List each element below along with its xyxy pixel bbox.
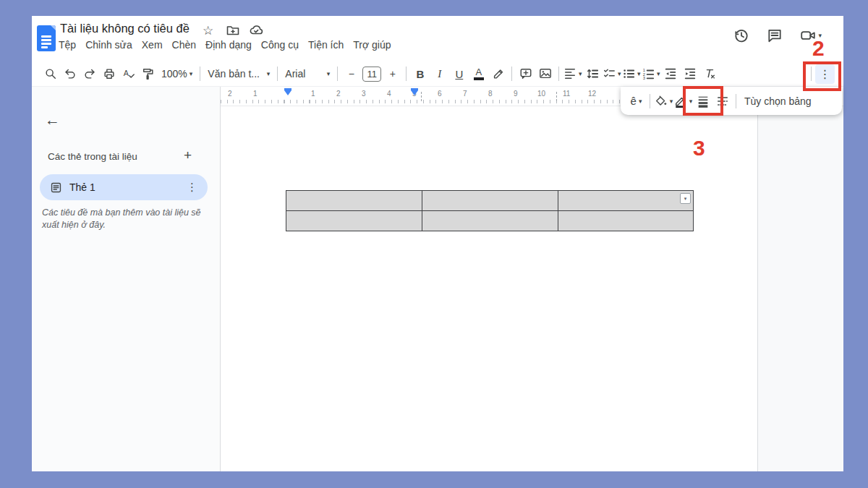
border-width-wrapper: 3 xyxy=(693,91,712,111)
indent-marker[interactable] xyxy=(284,90,292,95)
more-options-wrapper: ⋮ 2 xyxy=(815,64,835,84)
input-tools-button[interactable]: ê ▾ xyxy=(626,91,646,111)
table-row xyxy=(286,211,694,231)
page-gutter xyxy=(757,106,843,471)
google-docs-logo-icon[interactable] xyxy=(37,25,56,51)
menu-tep[interactable]: Tệp xyxy=(59,39,76,51)
add-tab-button[interactable]: + xyxy=(184,147,192,163)
divider xyxy=(277,67,278,81)
numbered-list-button[interactable]: 123 ▾ xyxy=(641,64,660,84)
font-size-input[interactable]: 11 xyxy=(362,67,381,82)
document-title[interactable]: Tài liệu không có tiêu đề xyxy=(60,22,190,35)
document-canvas[interactable] xyxy=(221,106,843,471)
zoom-select[interactable]: 100% ▾ xyxy=(158,64,196,84)
underline-button[interactable]: U xyxy=(449,64,469,84)
search-icon[interactable] xyxy=(41,64,60,84)
decrease-font-size-button[interactable]: − xyxy=(341,64,361,84)
chevron-down-icon: ▾ xyxy=(639,98,642,105)
divider xyxy=(337,67,338,81)
border-color-button[interactable]: ▾ xyxy=(673,91,693,111)
table-cell[interactable]: ▾ xyxy=(558,191,694,211)
highlight-color-icon[interactable] xyxy=(488,64,508,84)
svg-text:A: A xyxy=(123,69,129,77)
table-cell[interactable] xyxy=(558,211,694,231)
add-comment-icon[interactable] xyxy=(516,64,535,84)
chevron-down-icon: ▾ xyxy=(327,70,331,77)
divider xyxy=(558,67,559,81)
table-row: ▾ xyxy=(286,191,694,211)
toolbar-overflow-button[interactable]: ⋮ xyxy=(815,64,835,84)
table-cell[interactable] xyxy=(286,211,422,231)
table-cell[interactable] xyxy=(286,191,422,211)
divider xyxy=(511,67,512,81)
menu-xem[interactable]: Xem xyxy=(142,39,163,51)
chevron-down-icon: ▾ xyxy=(637,70,641,77)
checklist-button[interactable]: ▾ xyxy=(602,64,621,84)
italic-button[interactable]: I xyxy=(430,64,449,84)
annotation-label-step3: 3 xyxy=(693,136,705,160)
undo-icon[interactable] xyxy=(60,64,80,84)
table-cell[interactable] xyxy=(422,191,558,211)
text-color-button[interactable]: A xyxy=(469,64,488,84)
tab-item-the-1[interactable]: Thẻ 1 ⋮ xyxy=(40,174,208,200)
chevron-down-icon: ▾ xyxy=(618,70,621,77)
table-options-button[interactable]: Tùy chọn bảng xyxy=(744,95,812,107)
document-tabs-sidebar: ← Các thẻ trong tài liệu + Thẻ 1 ⋮ Các t… xyxy=(32,87,221,471)
chevron-down-icon: ▾ xyxy=(267,70,271,77)
document-tab-icon xyxy=(50,181,62,194)
header-actions: ▾ xyxy=(733,27,822,43)
menu-chinh-sua[interactable]: Chỉnh sửa xyxy=(85,39,132,51)
divider xyxy=(811,67,812,81)
divider xyxy=(406,67,407,81)
bold-button[interactable]: B xyxy=(410,64,430,84)
clear-formatting-icon[interactable] xyxy=(699,64,719,84)
chevron-down-icon: ▾ xyxy=(689,98,693,105)
increase-indent-icon[interactable] xyxy=(680,64,699,84)
chevron-down-icon: ▾ xyxy=(579,70,582,77)
menu-cong-cu[interactable]: Công cụ xyxy=(261,39,299,51)
move-folder-icon[interactable] xyxy=(226,23,240,38)
indent-marker[interactable] xyxy=(411,90,418,95)
version-history-icon[interactable] xyxy=(733,27,749,43)
menu-tien-ich[interactable]: Tiện ích xyxy=(308,39,344,51)
insert-image-icon[interactable] xyxy=(535,64,555,84)
menu-dinh-dang[interactable]: Định dạng xyxy=(205,39,252,51)
tab-label: Thẻ 1 xyxy=(69,181,187,193)
menu-bar: Tệp Chỉnh sửa Xem Chèn Định dạng Công cụ… xyxy=(59,39,391,51)
menu-chen[interactable]: Chèn xyxy=(172,39,196,51)
border-width-button[interactable] xyxy=(693,91,712,111)
font-select[interactable]: Arial ▾ xyxy=(281,64,333,84)
toolbar: A 100% ▾ Văn bản t... ▾ Arial ▾ − 11 + B… xyxy=(32,61,843,87)
divider xyxy=(736,94,736,108)
chevron-down-icon: ▾ xyxy=(657,70,660,77)
paragraph-style-select[interactable]: Văn bản t... ▾ xyxy=(204,64,273,84)
tab-menu-kebab-icon[interactable]: ⋮ xyxy=(187,181,197,194)
bulleted-list-button[interactable]: ▾ xyxy=(621,64,641,84)
docs-logo-fold xyxy=(51,25,56,30)
table-column-guide xyxy=(421,92,422,101)
back-arrow-icon[interactable]: ← xyxy=(45,111,60,129)
table-toolbar-popup: ê ▾ ▾ ▾ 3 Tùy chọn bảng xyxy=(621,87,842,115)
cell-fill-color-button[interactable]: ▾ xyxy=(654,91,673,111)
redo-icon[interactable] xyxy=(80,64,99,84)
align-left-button[interactable]: ▾ xyxy=(563,64,582,84)
star-icon[interactable]: ☆ xyxy=(203,23,217,38)
document-table[interactable]: ▾ xyxy=(286,190,694,231)
divider xyxy=(650,94,650,108)
paint-format-icon[interactable] xyxy=(138,64,158,84)
line-spacing-icon[interactable] xyxy=(582,64,602,84)
print-icon[interactable] xyxy=(99,64,119,84)
menu-tro-giup[interactable]: Trợ giúp xyxy=(353,39,391,51)
sidebar-note: Các tiêu đề mà bạn thêm vào tài liệu sẽ … xyxy=(42,207,214,231)
chevron-down-icon: ▾ xyxy=(670,98,673,105)
svg-text:3: 3 xyxy=(643,76,645,80)
table-dropdown-button[interactable]: ▾ xyxy=(680,193,691,204)
border-dash-button[interactable] xyxy=(712,91,732,111)
decrease-indent-icon[interactable] xyxy=(660,64,680,84)
table-cell[interactable] xyxy=(422,211,558,231)
increase-font-size-button[interactable]: + xyxy=(383,64,402,84)
cloud-saved-icon[interactable] xyxy=(249,23,263,38)
comments-icon[interactable] xyxy=(767,27,783,43)
spellcheck-icon[interactable]: A xyxy=(119,64,138,84)
google-docs-window: Tài liệu không có tiêu đề ☆ Tệp Chỉnh sử… xyxy=(32,16,843,471)
